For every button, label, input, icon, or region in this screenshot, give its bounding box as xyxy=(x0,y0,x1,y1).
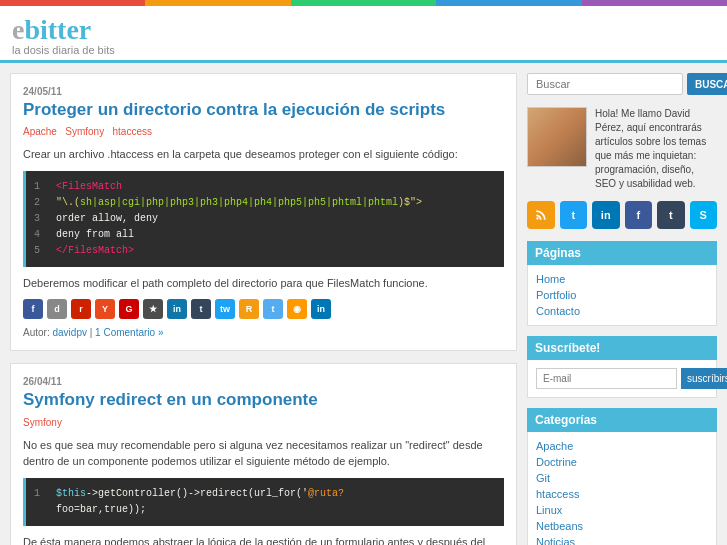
share-rss[interactable]: R xyxy=(239,299,259,319)
tag-symfony[interactable]: Symfony xyxy=(65,126,104,137)
sidebar: BUSCAR Hola! Me llamo David Pérez, aquí … xyxy=(527,73,717,545)
share-yahoo[interactable]: Y xyxy=(95,299,115,319)
post-1-author[interactable]: davidpv xyxy=(52,327,86,338)
avatar xyxy=(527,107,587,167)
sidebar-search-bar: BUSCAR xyxy=(527,73,717,95)
categories-section-header: Categorías xyxy=(527,408,717,432)
post-1-code: 1<FilesMatch 2"\.(sh|asp|cgi|php|php3|ph… xyxy=(23,171,504,267)
site-header: ebitter la dosis diaria de bits xyxy=(0,6,727,63)
pages-links: Home Portfolio Contacto xyxy=(527,265,717,326)
post-2-date: 26/04/11 xyxy=(23,376,504,387)
share-facebook[interactable]: f xyxy=(23,299,43,319)
share-reddit[interactable]: r xyxy=(71,299,91,319)
cat-apache[interactable]: Apache xyxy=(536,438,708,454)
cat-netbeans[interactable]: Netbeans xyxy=(536,518,708,534)
page-layout: 24/05/11 Proteger un directorio contra l… xyxy=(0,63,727,545)
subscribe-section-header: Suscríbete! xyxy=(527,336,717,360)
tumblr-icon[interactable]: t xyxy=(657,201,685,229)
site-logo[interactable]: ebitter xyxy=(12,14,715,46)
share-linkedin[interactable]: in xyxy=(167,299,187,319)
share-digg[interactable]: d xyxy=(47,299,67,319)
site-tagline: la dosis diaria de bits xyxy=(12,44,715,56)
post-2: 26/04/11 Symfony redirect en un componen… xyxy=(10,363,517,545)
post-2-tags: Symfony xyxy=(23,415,504,429)
share-tumblr[interactable]: t xyxy=(191,299,211,319)
cat-doctrine[interactable]: Doctrine xyxy=(536,454,708,470)
main-content: 24/05/11 Proteger un directorio contra l… xyxy=(10,73,517,545)
post-1-title[interactable]: Proteger un directorio contra la ejecuci… xyxy=(23,100,504,120)
pages-section-header: Páginas xyxy=(527,241,717,265)
email-input[interactable] xyxy=(536,368,677,389)
cat-linux[interactable]: Linux xyxy=(536,502,708,518)
post-2-intro: No es que sea muy recomendable pero si a… xyxy=(23,437,504,470)
post-1-share-icons: f d r Y G ★ in t tw R t ◉ in xyxy=(23,299,504,319)
social-icons-row: t in f t S xyxy=(527,201,717,229)
post-1: 24/05/11 Proteger un directorio contra l… xyxy=(10,73,517,351)
tag-htaccess[interactable]: htaccess xyxy=(113,126,152,137)
svg-point-0 xyxy=(536,217,538,219)
tag-apache[interactable]: Apache xyxy=(23,126,57,137)
share-twitter-1[interactable]: tw xyxy=(215,299,235,319)
post-2-after-code: De ésta manera podemos abstraer la lógic… xyxy=(23,534,504,545)
nav-home[interactable]: Home xyxy=(536,271,708,287)
twitter-icon[interactable]: t xyxy=(560,201,588,229)
categories-links: Apache Doctrine Git htaccess Linux Netbe… xyxy=(527,432,717,545)
share-linkedin-2[interactable]: in xyxy=(311,299,331,319)
post-1-date: 24/05/11 xyxy=(23,86,504,97)
share-bookmark[interactable]: ★ xyxy=(143,299,163,319)
subscribe-button[interactable]: suscríbirse xyxy=(681,368,727,389)
share-google[interactable]: G xyxy=(119,299,139,319)
nav-portfolio[interactable]: Portfolio xyxy=(536,287,708,303)
share-twitter-2[interactable]: t xyxy=(263,299,283,319)
post-2-title[interactable]: Symfony redirect en un componente xyxy=(23,390,504,410)
post-1-meta: Autor: davidpv | 1 Comentario » xyxy=(23,327,504,338)
cat-noticias[interactable]: Noticias xyxy=(536,534,708,545)
post-2-code-short: 1$this->getController()->redirect(url_fo… xyxy=(23,478,504,526)
sidebar-bio: Hola! Me llamo David Pérez, aquí encontr… xyxy=(595,107,717,191)
facebook-icon[interactable]: f xyxy=(625,201,653,229)
share-misc[interactable]: ◉ xyxy=(287,299,307,319)
cat-git[interactable]: Git xyxy=(536,470,708,486)
skype-icon[interactable]: S xyxy=(690,201,718,229)
cat-htaccess[interactable]: htaccess xyxy=(536,486,708,502)
post-1-intro: Crear un archivo .htaccess en la carpeta… xyxy=(23,146,504,163)
post-1-after-code: Deberemos modificar el path completo del… xyxy=(23,275,504,292)
subscribe-form: suscríbirse xyxy=(527,360,717,398)
sidebar-profile: Hola! Me llamo David Pérez, aquí encontr… xyxy=(527,107,717,191)
nav-contacto[interactable]: Contacto xyxy=(536,303,708,319)
linkedin-icon[interactable]: in xyxy=(592,201,620,229)
search-input[interactable] xyxy=(527,73,683,95)
avatar-image xyxy=(528,108,586,166)
rss-icon[interactable] xyxy=(527,201,555,229)
search-button[interactable]: BUSCAR xyxy=(687,73,727,95)
post-1-comments[interactable]: 1 Comentario » xyxy=(95,327,163,338)
tag-symfony-2[interactable]: Symfony xyxy=(23,417,62,428)
post-1-tags: Apache Symfony htaccess xyxy=(23,124,504,138)
